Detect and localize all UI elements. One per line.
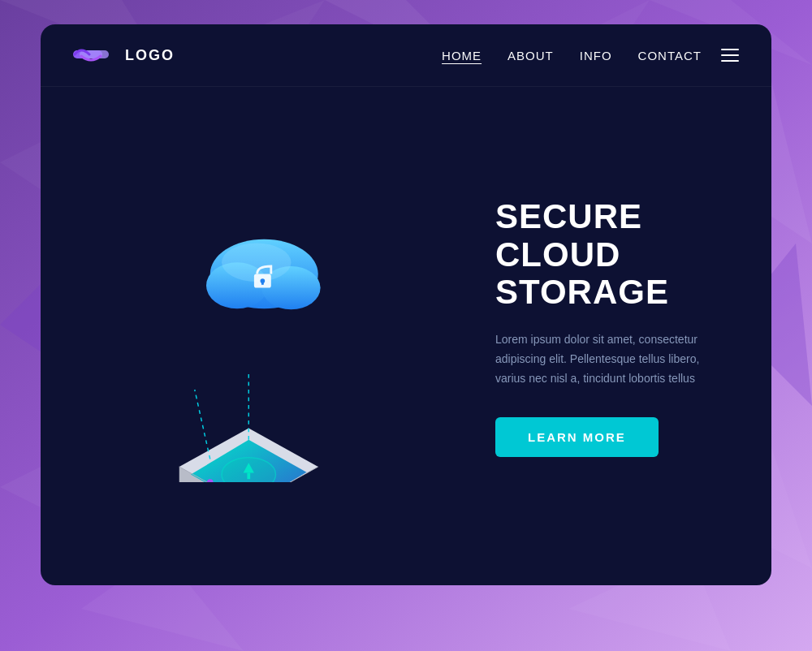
nav-links: HOME ABOUT INFO CONTACT: [442, 49, 702, 63]
nav-about[interactable]: ABOUT: [508, 49, 554, 63]
svg-rect-23: [247, 472, 250, 479]
hero-illustration: [73, 103, 463, 553]
svg-rect-38: [261, 281, 264, 285]
nav-home[interactable]: HOME: [442, 49, 482, 63]
hamburger-line-1: [721, 49, 739, 50]
hero-headline: SECURE CLOUD STORAGE: [495, 198, 723, 311]
hero-section: SECURE CLOUD STORAGE Lorem ipsum dolor s…: [41, 87, 771, 585]
hamburger-menu[interactable]: [721, 49, 739, 62]
logo-text: LOGO: [125, 47, 175, 64]
nav-info[interactable]: INFO: [580, 49, 612, 63]
main-card: LOGO HOME ABOUT INFO CONTACT: [41, 24, 771, 585]
nav-contact[interactable]: CONTACT: [638, 49, 702, 63]
hamburger-line-3: [721, 60, 739, 62]
hero-content: SECURE CLOUD STORAGE Lorem ipsum dolor s…: [463, 198, 723, 457]
cta-button[interactable]: LEARN MORE: [495, 417, 659, 457]
hero-subtitle: Lorem ipsum dolor sit amet, consectetur …: [495, 330, 723, 388]
svg-line-29: [195, 390, 210, 459]
isometric-scene: [93, 174, 443, 482]
page-wrapper: LOGO HOME ABOUT INFO CONTACT: [0, 0, 812, 651]
hamburger-line-2: [721, 54, 739, 56]
logo-area: LOGO: [73, 42, 442, 68]
navbar: LOGO HOME ABOUT INFO CONTACT: [41, 24, 771, 87]
logo-icon: [73, 42, 115, 68]
